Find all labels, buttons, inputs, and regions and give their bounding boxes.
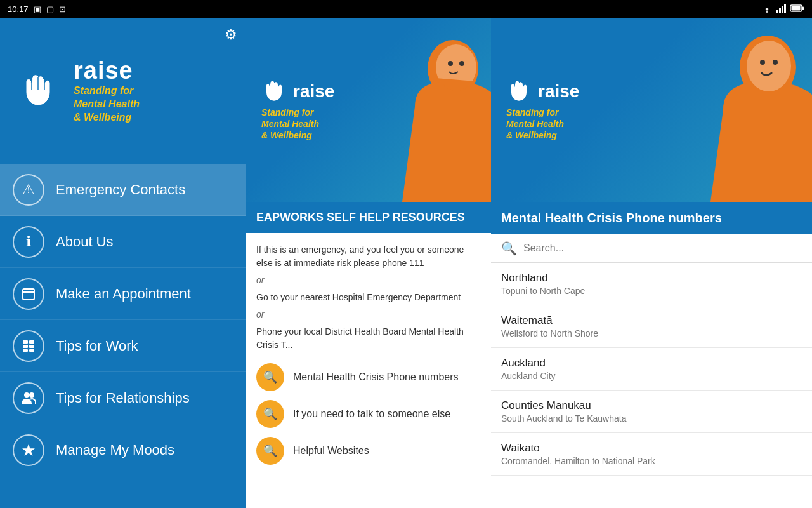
center-person-image [364, 18, 491, 202]
logo-area: raise Standing forMental Health& Wellbei… [13, 57, 140, 124]
crisis-link-label: Mental Health Crisis Phone numbers [293, 370, 459, 385]
nav-list: ⚠ Emergency Contacts ℹ About Us Ma [0, 164, 246, 508]
star-icon [13, 434, 44, 466]
right-banner-tagline: Standing forMental Health& Wellbeing [506, 107, 579, 142]
location-item-waikato[interactable]: Waikato Coromandel, Hamilton to National… [491, 433, 812, 476]
nav-label-manage-moods: Manage My Moods [56, 442, 174, 458]
svg-point-0 [766, 11, 768, 13]
svg-rect-7 [802, 6, 804, 10]
location-name-counties: Counties Manukau [501, 399, 802, 412]
nav-item-about-us[interactable]: ℹ About Us [0, 216, 246, 268]
crisis-link-icon: 🔍 [256, 363, 284, 391]
logo-text-area: raise Standing forMental Health& Wellbei… [74, 57, 140, 124]
sidebar-header: raise Standing forMental Health& Wellbei… [0, 18, 246, 164]
location-item-waitemata[interactable]: Waitematā Wellsford to North Shore [491, 305, 812, 348]
center-banner-tagline: Standing forMental Health& Wellbeing [261, 107, 334, 142]
svg-rect-2 [779, 8, 781, 13]
raise-logo-icon [13, 65, 63, 116]
location-name-northland: Northland [501, 272, 802, 284]
self-help-content: If this is an emergency, and you feel yo… [246, 233, 491, 508]
or-text-1: or [256, 274, 481, 287]
location-sub-waikato: Coromandel, Hamilton to National Park [501, 456, 802, 466]
center-section-title: EAPWORKS SELF HELP RESOURCES [246, 202, 491, 233]
center-banner: raise Standing forMental Health& Wellbei… [246, 18, 491, 202]
center-banner-logo-name: raise [293, 81, 334, 102]
svg-rect-6 [792, 6, 801, 10]
settings-button[interactable]: ⚙ [225, 27, 237, 43]
right-section-title: Mental Health Crisis Phone numbers [491, 202, 812, 234]
nav-label-about: About Us [56, 234, 114, 250]
search-input[interactable] [523, 243, 802, 254]
search-bar[interactable]: 🔍 [491, 234, 812, 263]
svg-rect-12 [23, 340, 28, 344]
svg-rect-3 [782, 6, 783, 13]
location-name-waitemata: Waitematā [501, 314, 802, 327]
right-banner-logo-name: raise [538, 81, 579, 102]
or-text-2: or [256, 308, 481, 321]
grid-icon [13, 330, 44, 362]
svg-rect-16 [23, 349, 28, 352]
svg-rect-17 [29, 349, 34, 352]
notif-icon2: ▢ [46, 4, 54, 14]
link-item-websites[interactable]: 🔍 Helpful Websites [256, 437, 481, 465]
location-sub-counties: South Auckland to Te Kauwhata [501, 413, 802, 424]
nav-label-emergency: Emergency Contacts [56, 182, 185, 198]
people-icon [13, 382, 44, 414]
center-link-list: 🔍 Mental Health Crisis Phone numbers 🔍 I… [256, 363, 481, 465]
link-item-talk[interactable]: 🔍 If you need to talk to someone else [256, 400, 481, 428]
wifi-icon [761, 4, 773, 15]
battery-icon [790, 4, 804, 14]
nav-item-manage-moods[interactable]: Manage My Moods [0, 424, 246, 476]
notif-icon1: ▣ [34, 4, 41, 14]
nav-item-emergency-contacts[interactable]: ⚠ Emergency Contacts [0, 164, 246, 216]
status-right [761, 4, 804, 15]
location-item-northland[interactable]: Northland Topuni to North Cape [491, 263, 812, 305]
nav-label-tips-relationships: Tips for Relationships [56, 390, 190, 406]
right-banner-logo-row: raise [506, 79, 579, 104]
status-left: 10:17 ▣ ▢ ⊡ [8, 4, 66, 14]
center-banner-logo-row: raise [261, 79, 334, 104]
nav-item-appointment[interactable]: Make an Appointment [0, 268, 246, 320]
svg-rect-14 [23, 345, 28, 348]
svg-point-22 [448, 61, 453, 66]
nav-label-appointment: Make an Appointment [56, 286, 191, 302]
location-sub-waitemata: Wellsford to North Shore [501, 328, 802, 338]
nav-item-tips-work[interactable]: Tips for Work [0, 320, 246, 372]
status-time: 10:17 [8, 4, 29, 14]
main-container: raise Standing forMental Health& Wellbei… [0, 18, 812, 508]
right-banner-logo: raise Standing forMental Health& Wellbei… [506, 79, 579, 142]
svg-rect-13 [29, 340, 34, 344]
location-item-counties[interactable]: Counties Manukau South Auckland to Te Ka… [491, 391, 812, 433]
nav-item-tips-relationships[interactable]: Tips for Relationships [0, 372, 246, 424]
svg-point-27 [773, 60, 778, 65]
sidebar: raise Standing forMental Health& Wellbei… [0, 18, 246, 508]
link-item-crisis[interactable]: 🔍 Mental Health Crisis Phone numbers [256, 363, 481, 391]
svg-point-25 [747, 41, 791, 91]
logo-name: raise [74, 57, 140, 84]
svg-rect-1 [776, 10, 778, 13]
svg-rect-15 [29, 345, 34, 348]
svg-point-18 [24, 392, 29, 398]
websites-link-icon: 🔍 [256, 437, 284, 465]
option2-text: Phone your local District Health Board M… [256, 325, 481, 352]
right-panel: raise Standing forMental Health& Wellbei… [491, 18, 812, 508]
svg-point-26 [760, 60, 765, 65]
intro-text: If this is an emergency, and you feel yo… [256, 243, 481, 270]
signal-icon [776, 4, 787, 15]
right-banner: raise Standing forMental Health& Wellbei… [491, 18, 812, 202]
right-person-image [672, 18, 812, 202]
location-item-auckland[interactable]: Auckland Auckland City [491, 348, 812, 391]
info-icon: ℹ [13, 226, 44, 258]
svg-rect-4 [784, 4, 786, 13]
talk-link-icon: 🔍 [256, 400, 284, 428]
location-sub-auckland: Auckland City [501, 371, 802, 381]
location-name-auckland: Auckland [501, 357, 802, 370]
svg-point-19 [29, 392, 34, 398]
status-bar: 10:17 ▣ ▢ ⊡ [0, 0, 812, 18]
location-sub-northland: Topuni to North Cape [501, 286, 802, 296]
nav-label-tips-work: Tips for Work [56, 338, 138, 354]
location-list: Northland Topuni to North Cape Waitematā… [491, 263, 812, 508]
notif-icon3: ⊡ [59, 4, 66, 14]
talk-link-label: If you need to talk to someone else [293, 406, 450, 422]
center-banner-logo: raise Standing forMental Health& Wellbei… [261, 79, 334, 142]
